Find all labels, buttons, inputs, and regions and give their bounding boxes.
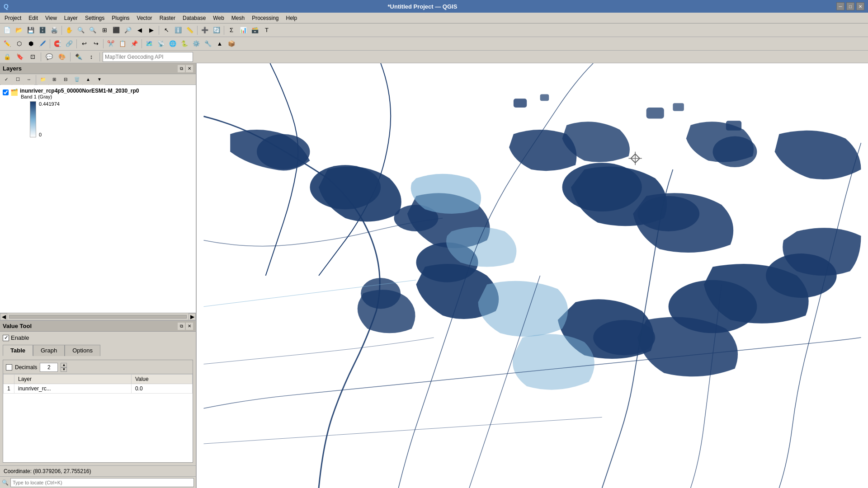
identify-button[interactable]: ℹ️: [173, 25, 184, 36]
decimals-down-button[interactable]: ▼: [61, 367, 67, 372]
redo-button[interactable]: ↪: [90, 38, 101, 49]
extent-button[interactable]: ⊡: [27, 52, 38, 62]
menu-view[interactable]: View: [42, 14, 61, 22]
decimals-row: Decimals ▲ ▼: [3, 360, 193, 374]
menu-help[interactable]: Help: [283, 14, 301, 22]
bookmark-button[interactable]: 🔖: [14, 52, 25, 62]
value-tool-float-button[interactable]: ⧉: [178, 323, 185, 330]
layer-visibility-checkbox[interactable]: [3, 89, 9, 95]
measure-button[interactable]: 📏: [184, 25, 195, 36]
titlebar: Q *Untitled Project — QGIS ─ □ ✕: [0, 0, 868, 13]
zoom-full-button[interactable]: ⊞: [99, 25, 110, 36]
rotation-arrow[interactable]: ↕️: [86, 52, 97, 62]
add-group-button[interactable]: 📁: [38, 74, 48, 85]
new-project-button[interactable]: 📄: [2, 25, 13, 36]
check-all-layers[interactable]: ✓: [1, 74, 12, 85]
horizontal-scrollbar[interactable]: [9, 315, 187, 319]
select-feature-button[interactable]: ↖: [161, 25, 172, 36]
menu-web[interactable]: Web: [209, 14, 227, 22]
tab-options[interactable]: Options: [65, 345, 100, 356]
atlas-button[interactable]: 🗺️: [144, 38, 155, 49]
layers-close-button[interactable]: ✕: [186, 65, 193, 72]
svg-rect-15: [673, 103, 684, 111]
menu-settings[interactable]: Settings: [81, 14, 108, 22]
scroll-left-button[interactable]: ◀: [0, 313, 7, 320]
shape-digitize-button[interactable]: ⬢: [25, 38, 36, 49]
save-as-button[interactable]: 🗄️: [37, 25, 48, 36]
minimize-button[interactable]: ─: [836, 2, 844, 10]
remove-layer-button[interactable]: 🗑️: [71, 74, 82, 85]
relations-button[interactable]: 🔗: [64, 38, 75, 49]
menu-raster[interactable]: Raster: [156, 14, 179, 22]
value-tool-content: ✓ Enable Table Graph Options Decimals: [0, 332, 196, 465]
expand-all-button[interactable]: ⊞: [49, 74, 60, 85]
node-tool-button[interactable]: ⬡: [14, 38, 24, 49]
map-area[interactable]: [197, 63, 868, 488]
menu-edit[interactable]: Edit: [25, 14, 42, 22]
locate-input[interactable]: [10, 478, 194, 487]
enable-checkbox[interactable]: ✓: [3, 335, 9, 341]
collapse-all-button[interactable]: ⊟: [60, 74, 71, 85]
menu-plugins[interactable]: Plugins: [108, 14, 133, 22]
snapping-button[interactable]: 🧲: [52, 38, 63, 49]
menu-layer[interactable]: Layer: [61, 14, 81, 22]
zoom-layer-button[interactable]: ⬛: [111, 25, 122, 36]
menu-vector[interactable]: Vector: [133, 14, 156, 22]
gpx-button[interactable]: 📡: [156, 38, 166, 49]
open-project-button[interactable]: 📂: [14, 25, 24, 36]
close-button[interactable]: ✕: [856, 2, 864, 10]
python-button[interactable]: 🐍: [179, 38, 190, 49]
row-layer: inunriver_rc...: [14, 384, 132, 394]
toolbar-1: 📄 📂 💾 🗄️ 🖨️ ✋ 🔍 🔍 ⊞ ⬛ 🔎 ◀ ▶ ↖ ℹ️ 📏 ➕ 🔄 Σ…: [0, 23, 868, 37]
decimals-spinner: ▲ ▼: [61, 363, 67, 372]
sum-button[interactable]: Σ: [226, 25, 237, 36]
tab-graph[interactable]: Graph: [33, 345, 65, 356]
digitize-button[interactable]: ✏️: [2, 38, 13, 49]
digitize-ext-button[interactable]: ✒️: [73, 52, 84, 62]
globe-button[interactable]: 🌐: [167, 38, 178, 49]
copy-button[interactable]: 📋: [117, 38, 128, 49]
search-icon: 🔍: [2, 479, 9, 486]
refresh-button[interactable]: 🔄: [211, 25, 222, 36]
uncheck-all-layers[interactable]: ☐: [12, 74, 23, 85]
table-button[interactable]: 🗃️: [250, 25, 260, 36]
add-layer-button[interactable]: ➕: [199, 25, 210, 36]
menu-processing[interactable]: Processing: [248, 14, 282, 22]
plugin4-button[interactable]: 📦: [226, 38, 237, 49]
tab-table[interactable]: Table: [3, 345, 33, 356]
text-button[interactable]: T: [261, 25, 272, 36]
print-layout-button[interactable]: 🖨️: [49, 25, 60, 36]
decimals-input[interactable]: [40, 363, 58, 372]
toggle-layers[interactable]: ↔: [24, 74, 34, 85]
zoom-selection-button[interactable]: 🔎: [123, 25, 133, 36]
plugin3-button[interactable]: ▲: [214, 38, 225, 49]
maximize-button[interactable]: □: [846, 2, 854, 10]
scroll-right-button[interactable]: ▶: [189, 313, 196, 320]
zoom-out-button[interactable]: 🔍: [87, 25, 98, 36]
paste-button[interactable]: 📌: [129, 38, 140, 49]
layers-scrollbar[interactable]: ◀ ▶: [0, 313, 196, 320]
zoom-last-button[interactable]: ◀: [134, 25, 145, 36]
layers-float-button[interactable]: ⧉: [178, 65, 185, 72]
zoom-in-button[interactable]: 🔍: [75, 25, 86, 36]
decimals-checkbox[interactable]: [6, 364, 12, 371]
menu-mesh[interactable]: Mesh: [228, 14, 248, 22]
advanced-digitize-button[interactable]: 🖊️: [37, 38, 48, 49]
cut-button[interactable]: ✂️: [105, 38, 116, 49]
pan-map-button[interactable]: ✋: [64, 25, 75, 36]
save-project-button[interactable]: 💾: [25, 25, 36, 36]
plugin2-button[interactable]: 🔧: [203, 38, 213, 49]
map-tips-button[interactable]: 💬: [44, 52, 55, 62]
plugin1-button[interactable]: ⚙️: [191, 38, 202, 49]
geocode-input[interactable]: [103, 52, 193, 62]
menu-database[interactable]: Database: [179, 14, 209, 22]
move-up-button[interactable]: ▲: [83, 74, 94, 85]
value-tool-close-button[interactable]: ✕: [186, 323, 193, 330]
stats-button[interactable]: 📊: [238, 25, 249, 36]
decimals-up-button[interactable]: ▲: [61, 363, 67, 367]
menu-project[interactable]: Project: [1, 14, 25, 22]
move-down-button[interactable]: ▼: [94, 74, 105, 85]
undo-button[interactable]: ↩: [79, 38, 90, 49]
map-theme-button[interactable]: 🎨: [57, 52, 67, 62]
zoom-next-button[interactable]: ▶: [146, 25, 157, 36]
